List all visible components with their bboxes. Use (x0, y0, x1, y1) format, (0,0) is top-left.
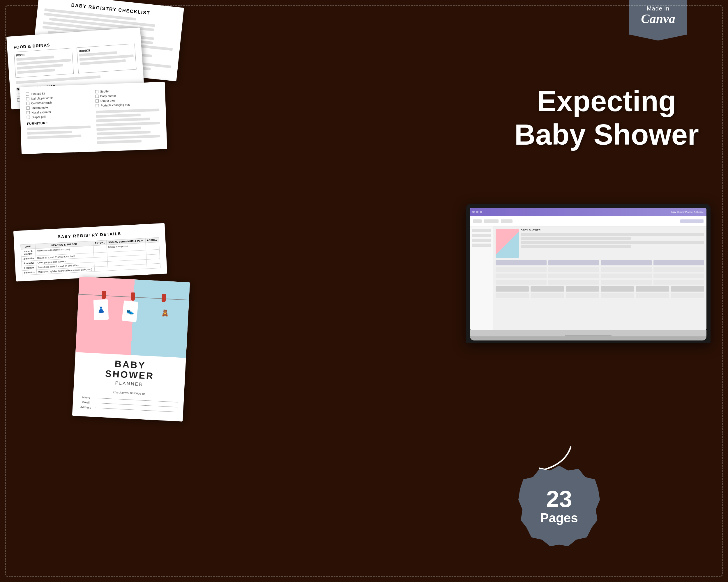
checklist-item-carrier: Baby carrier (100, 94, 116, 98)
checklist-item-diaper-pail: Diaper pail (32, 115, 46, 119)
registry-details-doc: BABY REGISTRY DETAILS AGE HEARING & SPEE… (14, 223, 167, 282)
made-in-label: Made in (635, 5, 681, 12)
planner-belongs: This journal belongs to (79, 388, 178, 397)
checklist-item-comb: Comb/hairbrush (31, 101, 52, 105)
checklist-item-nail-clipper: Nail clipper or file (31, 96, 53, 101)
drinks-label: DRINKS (79, 46, 133, 53)
planner-title-section: BABY SHOWER PLANNER This journal belongs… (72, 352, 186, 422)
laptop-toolbar (470, 216, 706, 226)
laptop-sidebar (470, 226, 493, 330)
checklist-item-thermometer: Thermometer (31, 106, 49, 109)
laptop: Baby Shower Planner A4 Lyco... (466, 204, 710, 343)
furniture-title: FURNITURE (27, 119, 90, 126)
laptop-main: BABY SHOWER (493, 226, 706, 330)
laptop-stand (470, 336, 706, 340)
peg-1 (102, 291, 106, 300)
field-email-label: Email (79, 400, 94, 405)
planner-cover-image: 👗 👟 🧸 (75, 276, 190, 358)
laptop-cover-text-preview: BABY SHOWER (521, 229, 704, 258)
checklist-item-changing-mat: Portable changing mat (101, 103, 130, 107)
laptop-body: BABY SHOWER (470, 226, 706, 330)
hanging-item-1: 👗 (94, 300, 109, 321)
laptop-title: Baby Shower Planner A4 Lyco... (671, 211, 704, 213)
development-table: AGE HEARING & SPEECH ACTUAL SOCIAL BEHAV… (20, 238, 160, 276)
laptop-menu-bar: Baby Shower Planner A4 Lyco... (470, 208, 706, 216)
main-title: Expecting Baby Shower (515, 84, 699, 151)
planner-cover-doc: 👗 👟 🧸 BABY SHOWER PLANNER This journal b… (72, 276, 190, 422)
laptop-screen-outer: Baby Shower Planner A4 Lyco... (466, 204, 710, 343)
checklist-item-diaper-bag: Diaper bag (101, 99, 115, 103)
laptop-cover-preview: BABY SHOWER (496, 229, 704, 258)
peg-3 (162, 294, 166, 302)
laptop-content: BABY SHOWER (470, 216, 706, 330)
main-checklist-doc: First aid kit Nail clipper or file Comb/… (19, 82, 167, 154)
hanging-item-2: 👟 (122, 300, 138, 322)
title-line1: Expecting Baby Shower (515, 84, 699, 151)
badge-pages-label: Pages (540, 511, 578, 525)
pages-badge: 23 Pages (518, 466, 600, 547)
food-label: FOOD (16, 50, 70, 57)
laptop-base (470, 330, 706, 336)
field-name-label: Name (79, 395, 94, 399)
canva-logo: Canva (635, 12, 681, 26)
checklist-item-first-aid: First aid kit (31, 92, 45, 96)
peg-2 (131, 293, 135, 301)
badge-number: 23 (546, 488, 572, 511)
badge-shape: 23 Pages (518, 466, 600, 547)
checklist-item-nasal: Nasal aspirator (31, 110, 51, 114)
laptop-cover-thumbnail (496, 229, 519, 258)
laptop-screen-inner: Baby Shower Planner A4 Lyco... (470, 208, 706, 330)
checklist-item-stroller: Stroller (100, 90, 109, 93)
planner-title-main: BABY SHOWER (80, 357, 180, 383)
field-address-label: Address (78, 405, 93, 410)
canva-banner: Made in Canva (629, 0, 687, 40)
hanging-item-3: 🧸 (158, 303, 173, 323)
